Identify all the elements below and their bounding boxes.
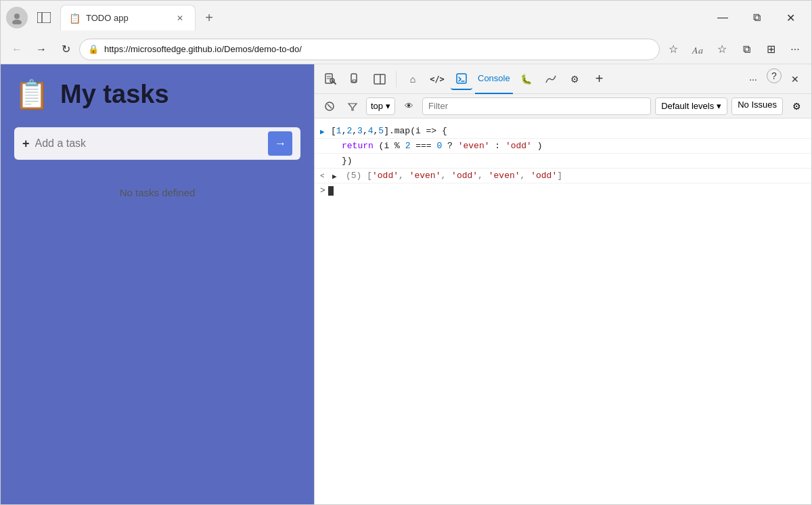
devtools-more-button[interactable]: ··· bbox=[742, 68, 764, 90]
svg-point-1 bbox=[12, 20, 22, 24]
no-tasks-message: No tasks defined bbox=[14, 187, 300, 198]
devtools-sidebar-toggle-button[interactable] bbox=[369, 68, 390, 90]
devtools-panel: ⌂ </> Console 🐛 ⚙ + bbox=[314, 64, 811, 504]
forward-button[interactable]: → bbox=[30, 39, 52, 60]
devtools-toolbar-right: ··· ? ✕ bbox=[742, 68, 806, 90]
sidebar-toggle-button[interactable] bbox=[33, 7, 55, 28]
console-levels-dropdown[interactable]: Default levels ▾ bbox=[655, 97, 727, 115]
devtools-help-button[interactable]: ? bbox=[767, 68, 782, 83]
profile-icon[interactable] bbox=[6, 7, 28, 28]
devtools-console-tab-button[interactable] bbox=[451, 68, 472, 90]
console-filter-toggle-button[interactable] bbox=[343, 97, 362, 116]
console-clear-button[interactable] bbox=[320, 97, 339, 116]
read-aloud-icon[interactable]: 𝐴𝑎 bbox=[687, 39, 708, 60]
console-line-2: return (i % 2 === 0 ? 'even' : 'odd' ) bbox=[315, 139, 811, 154]
console-output: ▶ [1,2,3,4,5].map(i => { return (i % 2 =… bbox=[315, 118, 811, 504]
tab-favicon: 📋 bbox=[69, 13, 81, 24]
nav-bar: ← → ↻ 🔒 https://microsoftedge.github.io/… bbox=[1, 35, 811, 64]
context-label: top bbox=[371, 101, 383, 111]
minimize-button[interactable]: — bbox=[707, 7, 738, 28]
devtools-performance-button[interactable]: ⚙ bbox=[564, 68, 586, 90]
console-cursor-line[interactable]: > bbox=[315, 183, 811, 198]
no-issues-button[interactable]: No Issues bbox=[731, 97, 783, 115]
add-task-plus-icon: + bbox=[22, 137, 30, 151]
console-output-expand-arrow[interactable]: ▶ bbox=[332, 171, 343, 181]
levels-arrow-icon: ▾ bbox=[717, 101, 721, 111]
console-cursor bbox=[328, 186, 334, 196]
devtools-network-button[interactable] bbox=[540, 68, 562, 90]
svg-rect-2 bbox=[37, 12, 51, 23]
title-bar: 📋 TODO app ✕ + — ⧉ ✕ bbox=[1, 1, 811, 35]
toolbar-separator-1 bbox=[396, 71, 397, 87]
add-task-submit-button[interactable]: → bbox=[268, 131, 292, 156]
active-tab[interactable]: 📋 TODO app ✕ bbox=[60, 5, 196, 30]
browser-menu-icon[interactable]: ··· bbox=[784, 39, 806, 60]
tab-bar: 📋 TODO app ✕ + bbox=[60, 5, 702, 30]
nav-actions: ☆ 𝐴𝑎 ☆ ⧉ ⊞ ··· bbox=[662, 39, 806, 60]
app-title: My tasks bbox=[60, 80, 169, 109]
collections-icon[interactable]: ⊞ bbox=[760, 39, 782, 60]
console-prompt-arrow: > bbox=[320, 185, 325, 196]
svg-point-0 bbox=[14, 14, 20, 19]
browser-window: 📋 TODO app ✕ + — ⧉ ✕ ← → ↻ 🔒 https://mic… bbox=[0, 0, 812, 505]
close-button[interactable]: ✕ bbox=[775, 7, 806, 28]
svg-line-16 bbox=[328, 104, 332, 108]
console-settings-button[interactable]: ⚙ bbox=[787, 97, 806, 116]
app-header: 📋 My tasks bbox=[14, 78, 300, 111]
lock-icon: 🔒 bbox=[88, 44, 99, 54]
devtools-add-panel-button[interactable]: + bbox=[589, 68, 610, 90]
tab-title: TODO app bbox=[86, 13, 168, 23]
console-line-1: ▶ [1,2,3,4,5].map(i => { bbox=[315, 124, 811, 139]
console-input-2: return (i % 2 === 0 ? 'even' : 'odd' ) bbox=[342, 141, 806, 151]
console-input-3: }) bbox=[342, 156, 806, 166]
devtools-home-button[interactable]: ⌂ bbox=[402, 68, 424, 90]
console-output-line-1: < ▶ (5) ['odd', 'even', 'odd', 'even', '… bbox=[315, 169, 811, 183]
window-controls: — ⧉ ✕ bbox=[707, 7, 806, 28]
devtools-bug-button[interactable]: 🐛 bbox=[516, 68, 537, 90]
console-tab-label[interactable]: Console bbox=[475, 64, 513, 94]
console-output-content-1: (5) ['odd', 'even', 'odd', 'even', 'odd'… bbox=[346, 171, 806, 181]
devtools-top-toolbar: ⌂ </> Console 🐛 ⚙ + bbox=[315, 64, 811, 94]
levels-label: Default levels bbox=[661, 101, 714, 111]
svg-text:𝐴𝑎: 𝐴𝑎 bbox=[692, 45, 703, 56]
url-display: https://microsoftedge.github.io/Demos/de… bbox=[104, 44, 651, 54]
console-expand-arrow-1[interactable]: ▶ bbox=[320, 126, 331, 136]
console-line-3: }) bbox=[315, 154, 811, 169]
console-context-selector[interactable]: top ▾ bbox=[366, 97, 395, 115]
main-area: 📋 My tasks + → No tasks defined bbox=[1, 64, 811, 504]
devtools-elements-tab-icon[interactable]: </> bbox=[426, 68, 448, 90]
add-task-input[interactable] bbox=[35, 137, 268, 150]
svg-rect-11 bbox=[374, 74, 385, 84]
split-screen-icon[interactable]: ⧉ bbox=[736, 39, 757, 60]
svg-rect-13 bbox=[457, 74, 466, 83]
add-to-favorites-icon[interactable]: ☆ bbox=[711, 39, 733, 60]
app-logo-icon: 📋 bbox=[14, 78, 49, 111]
devtools-device-toggle-button[interactable] bbox=[344, 68, 366, 90]
console-filter-input[interactable] bbox=[422, 97, 651, 115]
devtools-close-button[interactable]: ✕ bbox=[784, 68, 806, 90]
devtools-console-toolbar: top ▾ 👁 Default levels ▾ No Issues ⚙ bbox=[315, 94, 811, 118]
address-bar[interactable]: 🔒 https://microsoftedge.github.io/Demos/… bbox=[79, 39, 660, 60]
console-eye-button[interactable]: 👁 bbox=[399, 97, 418, 116]
maximize-button[interactable]: ⧉ bbox=[741, 7, 772, 28]
add-task-bar[interactable]: + → bbox=[14, 127, 300, 160]
console-output-arrow-left: < bbox=[320, 171, 331, 180]
devtools-inspect-button[interactable] bbox=[320, 68, 342, 90]
tab-close-button[interactable]: ✕ bbox=[173, 12, 187, 25]
app-panel: 📋 My tasks + → No tasks defined bbox=[1, 64, 314, 504]
back-button[interactable]: ← bbox=[6, 39, 28, 60]
console-input-1: [1,2,3,4,5].map(i => { bbox=[331, 126, 806, 136]
new-tab-button[interactable]: + bbox=[198, 7, 220, 28]
context-dropdown-icon: ▾ bbox=[386, 101, 390, 111]
favorites-icon[interactable]: ☆ bbox=[662, 39, 684, 60]
svg-rect-10 bbox=[353, 80, 356, 82]
refresh-button[interactable]: ↻ bbox=[55, 39, 76, 60]
